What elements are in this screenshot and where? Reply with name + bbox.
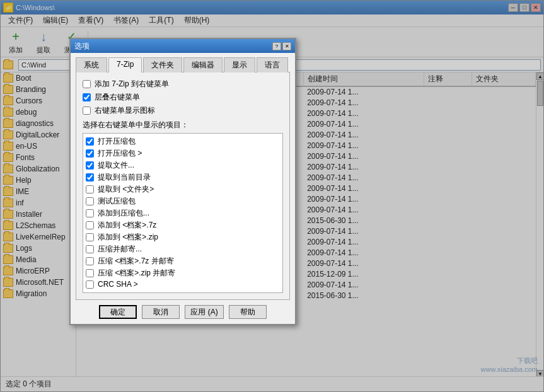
checkbox-extract-files[interactable] [86,161,94,170]
option-add-to-context: 添加 7-Zip 到右键菜单 [83,79,283,89]
checkbox-add-to-archive[interactable] [86,209,94,217]
btn-help[interactable]: 帮助 [229,305,267,319]
tab-editor[interactable]: 编辑器 [183,57,223,72]
item-extract-files: 提取文件... [86,160,280,171]
checkbox-show-icon[interactable] [83,107,91,115]
item-compress-email: 压缩并邮寄... [86,244,280,255]
dialog-tab-bar: 系统 7-Zip 文件夹 编辑器 显示 语言 [71,53,295,72]
item-add-to-7z-label: 添加到 <档案>.7z [98,220,156,231]
tab-folder[interactable]: 文件夹 [143,57,182,72]
item-extract-to-folder-label: 提取到 <文件夹> [98,184,154,195]
checkbox-add-to-context[interactable] [83,80,91,88]
checkbox-compress-zip-email[interactable] [86,269,94,277]
checkbox-extract-to-folder[interactable] [86,185,94,193]
option-cascade-context: 层叠右键菜单 [83,92,283,103]
checkbox-add-to-7z[interactable] [86,221,94,229]
item-extract-here: 提取到当前目录 [86,172,280,183]
item-add-to-archive-label: 添加到压缩包... [98,208,149,219]
item-compress-7z-email-label: 压缩 <档案>.7z 并邮寄 [98,256,174,267]
tab-7zip[interactable]: 7-Zip [108,57,142,72]
item-add-to-zip: 添加到 <档案>.zip [86,232,280,243]
item-extract-to-folder: 提取到 <文件夹> [86,184,280,195]
checkbox-open-archive-sub[interactable] [86,149,94,158]
item-compress-zip-email: 压缩 <档案>.zip 并邮寄 [86,268,280,279]
dialog-help-button[interactable]: ? [272,42,281,50]
tab-display[interactable]: 显示 [224,57,255,72]
item-open-archive: 打开压缩包 [86,136,280,147]
option-show-icon-label: 右键菜单显示图标 [95,105,155,116]
item-add-to-zip-label: 添加到 <档案>.zip [98,232,158,243]
dialog-buttons: 确定 取消 应用 (A) 帮助 [71,300,295,324]
item-crc-sha: CRC SHA > [86,280,280,289]
item-compress-email-label: 压缩并邮寄... [98,244,142,255]
option-add-to-context-label: 添加 7-Zip 到右键菜单 [95,79,169,89]
item-test-archive-label: 测试压缩包 [98,196,136,207]
item-extract-files-label: 提取文件... [98,160,134,171]
item-extract-here-label: 提取到当前目录 [98,172,151,183]
tab-language[interactable]: 语言 [257,57,288,72]
dialog-title-text: 选项 [74,41,90,52]
item-open-archive-label: 打开压缩包 [98,136,136,147]
btn-cancel[interactable]: 取消 [142,305,180,319]
checkbox-add-to-zip[interactable] [86,233,94,241]
item-add-to-archive: 添加到压缩包... [86,208,280,219]
tab-system[interactable]: 系统 [76,57,107,72]
context-menu-checklist: 打开压缩包 打开压缩包 > 提取文件... 提取到当前目录 提取到 <文件夹> … [83,133,283,293]
btn-ok[interactable]: 确定 [99,305,137,319]
checkbox-compress-email[interactable] [86,245,94,253]
dialog-tab-content: 添加 7-Zip 到右键菜单 层叠右键菜单 右键菜单显示图标 选择在右键菜单中显… [76,72,290,300]
btn-apply[interactable]: 应用 (A) [185,305,223,319]
item-add-to-7z: 添加到 <档案>.7z [86,220,280,231]
dialog-title-bar: 选项 ? ✕ [71,39,295,53]
checkbox-test-archive[interactable] [86,197,94,205]
checkbox-cascade-context[interactable] [83,93,91,101]
item-test-archive: 测试压缩包 [86,196,280,207]
checkbox-compress-7z-email[interactable] [86,257,94,265]
item-compress-zip-email-label: 压缩 <档案>.zip 并邮寄 [98,268,175,279]
item-crc-sha-label: CRC SHA > [98,280,138,289]
checkbox-extract-here[interactable] [86,173,94,182]
item-open-archive-sub-label: 打开压缩包 > [98,148,142,159]
item-compress-7z-email: 压缩 <档案>.7z 并邮寄 [86,256,280,267]
checkbox-crc-sha[interactable] [86,280,94,289]
dialog-title-controls: ? ✕ [272,42,291,50]
options-dialog: 选项 ? ✕ 系统 7-Zip 文件夹 编辑器 显示 语言 添加 7-Zip 到… [69,38,296,325]
option-show-icon: 右键菜单显示图标 [83,105,283,116]
dialog-close-button[interactable]: ✕ [282,42,291,50]
checkbox-open-archive[interactable] [86,137,94,146]
option-cascade-context-label: 层叠右键菜单 [95,92,140,103]
item-open-archive-sub: 打开压缩包 > [86,148,280,159]
section-label-items: 选择在右键菜单中显示的项目： [83,120,283,130]
